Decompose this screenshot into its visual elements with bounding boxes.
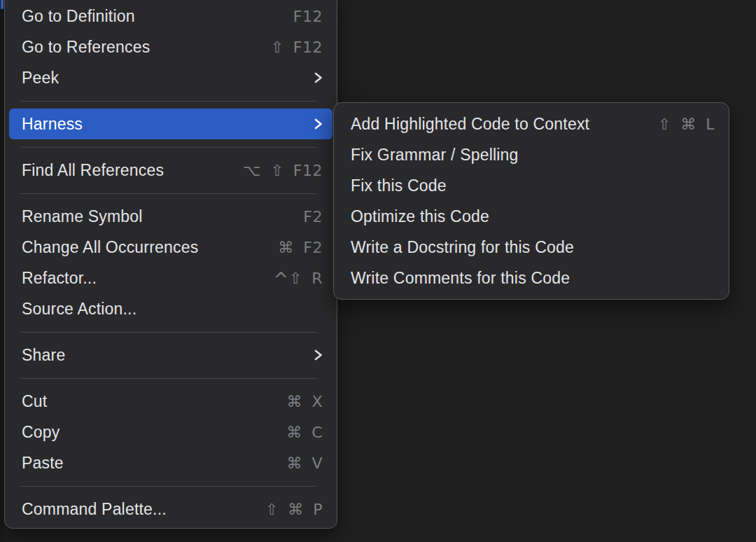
menu-item-label: Go to Definition	[22, 7, 293, 26]
menu-item-shortcut: ⌘ V	[286, 454, 323, 472]
menu-item-shortcut: ⇧ F12	[270, 39, 323, 56]
menu-item-label: Optimize this Code	[351, 207, 715, 226]
menu-item-label: Command Palette...	[22, 500, 265, 519]
menu-separator	[21, 193, 317, 194]
menu-item-label: Write a Docstring for this Code	[351, 238, 715, 257]
editor-background: { "colors": { "page_background": "#1f1f2…	[0, 0, 756, 542]
menu-item-copy[interactable]: Copy⌘ C	[9, 417, 332, 447]
menu-item-shortcut: ⇧ ⌘ L	[658, 116, 715, 133]
menu-item-write-a-docstring-for-this-code[interactable]: Write a Docstring for this Code	[338, 232, 724, 263]
menu-item-label: Find All References	[22, 161, 243, 180]
menu-item-shortcut: ⌘ F2	[278, 239, 323, 256]
chevron-right-icon	[314, 117, 323, 131]
submenu-chevron	[314, 348, 323, 362]
menu-item-shortcut: ⇧ ⌘ P	[265, 501, 323, 518]
submenu-chevron	[314, 117, 323, 131]
menu-item-paste[interactable]: Paste⌘ V	[9, 447, 332, 478]
menu-item-refactor[interactable]: Refactor...^ ⇧ R	[9, 263, 332, 293]
menu-item-cut[interactable]: Cut⌘ X	[9, 386, 332, 417]
menu-item-peek[interactable]: Peek	[9, 62, 332, 93]
menu-item-share[interactable]: Share	[9, 340, 332, 370]
chevron-right-icon	[314, 71, 323, 85]
menu-item-fix-grammar-spelling[interactable]: Fix Grammar / Spelling	[338, 139, 724, 170]
menu-item-go-to-definition[interactable]: Go to DefinitionF12	[9, 1, 332, 32]
menu-item-command-palette[interactable]: Command Palette...⇧ ⌘ P	[9, 494, 332, 524]
menu-item-label: Fix Grammar / Spelling	[351, 146, 715, 165]
harness-submenu: Add Highlighted Code to Context⇧ ⌘ LFix …	[333, 102, 729, 300]
menu-item-label: Add Highlighted Code to Context	[351, 115, 658, 134]
menu-item-shortcut: ⌘ C	[286, 424, 323, 441]
menu-item-find-all-references[interactable]: Find All References⌥ ⇧ F12	[9, 155, 332, 186]
menu-item-shortcut: F2	[303, 208, 323, 225]
menu-item-optimize-this-code[interactable]: Optimize this Code	[338, 201, 724, 232]
menu-item-fix-this-code[interactable]: Fix this Code	[338, 170, 724, 201]
menu-item-label: Source Action...	[22, 300, 323, 319]
menu-item-shortcut: F12	[293, 8, 323, 25]
menu-item-change-all-occurrences[interactable]: Change All Occurrences⌘ F2	[9, 232, 332, 263]
control-key-icon: ^	[273, 269, 288, 290]
menu-item-write-comments-for-this-code[interactable]: Write Comments for this Code	[338, 263, 724, 293]
editor-selection-artifact	[1, 0, 4, 9]
menu-item-harness[interactable]: Harness	[9, 109, 332, 139]
editor-context-menu: Go to DefinitionF12Go to References⇧ F12…	[4, 0, 337, 529]
menu-item-source-action[interactable]: Source Action...	[9, 293, 332, 324]
menu-separator	[21, 101, 317, 102]
menu-item-label: Harness	[22, 115, 314, 134]
menu-item-go-to-references[interactable]: Go to References⇧ F12	[9, 32, 332, 62]
menu-separator	[21, 332, 317, 333]
chevron-right-icon	[314, 348, 323, 362]
menu-item-add-highlighted-code-to-context[interactable]: Add Highlighted Code to Context⇧ ⌘ L	[338, 109, 724, 139]
menu-item-label: Write Comments for this Code	[351, 269, 715, 288]
menu-item-label: Share	[22, 346, 314, 365]
menu-separator	[21, 378, 317, 379]
menu-item-shortcut: ^ ⇧ R	[273, 267, 323, 289]
menu-item-label: Peek	[22, 69, 314, 88]
menu-item-shortcut: ⌘ X	[286, 393, 323, 410]
menu-item-label: Go to References	[22, 38, 270, 57]
menu-item-label: Paste	[22, 454, 286, 473]
menu-item-label: Copy	[22, 423, 286, 442]
menu-item-label: Cut	[22, 392, 286, 411]
menu-item-label: Refactor...	[22, 269, 273, 288]
menu-item-label: Fix this Code	[351, 176, 715, 195]
menu-item-label: Change All Occurrences	[22, 238, 278, 257]
menu-separator	[21, 486, 317, 487]
menu-item-rename-symbol[interactable]: Rename SymbolF2	[9, 201, 332, 232]
menu-item-label: Rename Symbol	[22, 207, 303, 226]
menu-separator	[21, 147, 317, 148]
submenu-chevron	[314, 71, 323, 85]
menu-item-shortcut: ⌥ ⇧ F12	[243, 162, 323, 179]
